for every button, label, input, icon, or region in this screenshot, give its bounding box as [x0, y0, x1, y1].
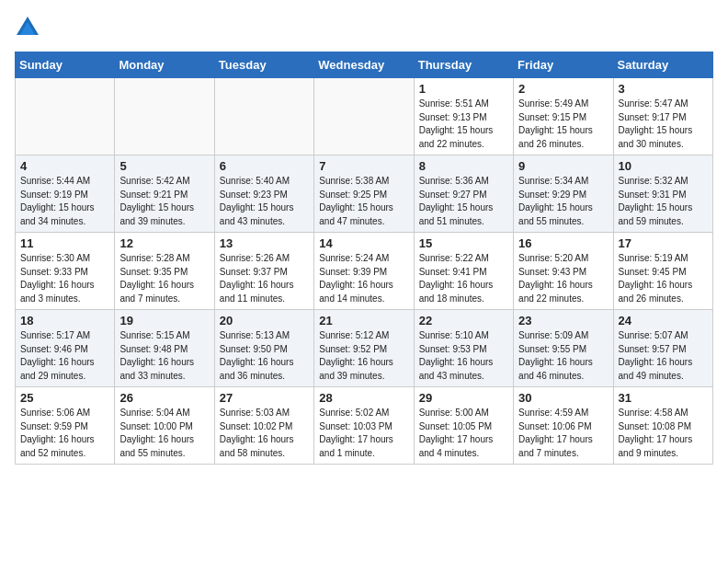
- calendar-body: 1Sunrise: 5:51 AM Sunset: 9:13 PM Daylig…: [16, 78, 713, 465]
- day-number: 14: [319, 236, 408, 250]
- day-cell: 27Sunrise: 5:03 AM Sunset: 10:02 PM Dayl…: [214, 387, 313, 465]
- day-info: Sunrise: 5:34 AM Sunset: 9:29 PM Dayligh…: [518, 175, 608, 228]
- day-cell: [214, 78, 313, 155]
- weekday-header-tuesday: Tuesday: [214, 52, 313, 78]
- day-number: 15: [419, 236, 508, 250]
- day-cell: 25Sunrise: 5:06 AM Sunset: 9:59 PM Dayli…: [16, 387, 115, 465]
- day-cell: 26Sunrise: 5:04 AM Sunset: 10:00 PM Dayl…: [115, 387, 214, 465]
- day-cell: 1Sunrise: 5:51 AM Sunset: 9:13 PM Daylig…: [414, 78, 513, 155]
- day-cell: 29Sunrise: 5:00 AM Sunset: 10:05 PM Dayl…: [414, 387, 513, 465]
- day-cell: 21Sunrise: 5:12 AM Sunset: 9:52 PM Dayli…: [314, 310, 414, 387]
- day-number: 24: [619, 314, 708, 327]
- day-number: 19: [119, 314, 209, 327]
- day-cell: [115, 78, 214, 155]
- day-number: 10: [619, 159, 708, 173]
- weekday-header-monday: Monday: [115, 52, 214, 78]
- day-number: 17: [619, 236, 708, 250]
- day-cell: 6Sunrise: 5:40 AM Sunset: 9:23 PM Daylig…: [214, 155, 313, 233]
- day-number: 23: [518, 314, 608, 327]
- day-cell: 17Sunrise: 5:19 AM Sunset: 9:45 PM Dayli…: [613, 233, 712, 310]
- day-number: 21: [319, 314, 408, 327]
- logo-icon: [15, 15, 40, 40]
- day-number: 25: [20, 391, 109, 405]
- day-cell: 31Sunrise: 4:58 AM Sunset: 10:08 PM Dayl…: [613, 387, 712, 465]
- day-cell: 8Sunrise: 5:36 AM Sunset: 9:27 PM Daylig…: [414, 155, 513, 233]
- day-number: 31: [619, 391, 708, 405]
- day-info: Sunrise: 5:09 AM Sunset: 9:55 PM Dayligh…: [518, 329, 608, 383]
- day-info: Sunrise: 5:22 AM Sunset: 9:41 PM Dayligh…: [419, 252, 508, 305]
- weekday-header-thursday: Thursday: [414, 52, 513, 78]
- day-number: 13: [220, 236, 309, 250]
- day-info: Sunrise: 5:04 AM Sunset: 10:00 PM Daylig…: [119, 407, 209, 460]
- day-info: Sunrise: 5:51 AM Sunset: 9:13 PM Dayligh…: [419, 98, 508, 151]
- day-number: 1: [419, 82, 508, 96]
- day-cell: 3Sunrise: 5:47 AM Sunset: 9:17 PM Daylig…: [613, 78, 712, 155]
- day-number: 7: [319, 159, 408, 173]
- day-number: 16: [518, 236, 608, 250]
- day-cell: 23Sunrise: 5:09 AM Sunset: 9:55 PM Dayli…: [514, 310, 613, 387]
- day-info: Sunrise: 5:15 AM Sunset: 9:48 PM Dayligh…: [119, 329, 209, 383]
- day-cell: 2Sunrise: 5:49 AM Sunset: 9:15 PM Daylig…: [514, 78, 613, 155]
- week-row-4: 18Sunrise: 5:17 AM Sunset: 9:46 PM Dayli…: [16, 310, 713, 387]
- day-number: 18: [20, 314, 109, 327]
- day-info: Sunrise: 5:10 AM Sunset: 9:53 PM Dayligh…: [419, 329, 508, 383]
- day-number: 30: [518, 391, 608, 405]
- day-number: 2: [518, 82, 608, 96]
- weekday-row: SundayMondayTuesdayWednesdayThursdayFrid…: [16, 52, 713, 78]
- day-cell: 19Sunrise: 5:15 AM Sunset: 9:48 PM Dayli…: [115, 310, 214, 387]
- day-cell: 9Sunrise: 5:34 AM Sunset: 9:29 PM Daylig…: [514, 155, 613, 233]
- day-info: Sunrise: 5:00 AM Sunset: 10:05 PM Daylig…: [419, 407, 508, 460]
- day-info: Sunrise: 5:28 AM Sunset: 9:35 PM Dayligh…: [119, 252, 209, 305]
- day-info: Sunrise: 4:58 AM Sunset: 10:08 PM Daylig…: [619, 407, 708, 460]
- weekday-header-sunday: Sunday: [16, 52, 115, 78]
- day-info: Sunrise: 5:40 AM Sunset: 9:23 PM Dayligh…: [220, 175, 309, 228]
- week-row-3: 11Sunrise: 5:30 AM Sunset: 9:33 PM Dayli…: [16, 233, 713, 310]
- day-cell: 10Sunrise: 5:32 AM Sunset: 9:31 PM Dayli…: [613, 155, 712, 233]
- day-info: Sunrise: 5:12 AM Sunset: 9:52 PM Dayligh…: [319, 329, 408, 383]
- day-number: 11: [20, 236, 109, 250]
- day-number: 8: [419, 159, 508, 173]
- day-cell: [314, 78, 414, 155]
- day-cell: 4Sunrise: 5:44 AM Sunset: 9:19 PM Daylig…: [16, 155, 115, 233]
- day-info: Sunrise: 5:30 AM Sunset: 9:33 PM Dayligh…: [20, 252, 109, 305]
- day-cell: 18Sunrise: 5:17 AM Sunset: 9:46 PM Dayli…: [16, 310, 115, 387]
- calendar-table: SundayMondayTuesdayWednesdayThursdayFrid…: [15, 52, 713, 465]
- day-info: Sunrise: 5:38 AM Sunset: 9:25 PM Dayligh…: [319, 175, 408, 228]
- day-number: 20: [220, 314, 309, 327]
- day-info: Sunrise: 5:26 AM Sunset: 9:37 PM Dayligh…: [220, 252, 309, 305]
- day-cell: 16Sunrise: 5:20 AM Sunset: 9:43 PM Dayli…: [514, 233, 613, 310]
- day-info: Sunrise: 5:44 AM Sunset: 9:19 PM Dayligh…: [20, 175, 109, 228]
- day-cell: 30Sunrise: 4:59 AM Sunset: 10:06 PM Dayl…: [514, 387, 613, 465]
- day-cell: 5Sunrise: 5:42 AM Sunset: 9:21 PM Daylig…: [115, 155, 214, 233]
- day-info: Sunrise: 5:06 AM Sunset: 9:59 PM Dayligh…: [20, 407, 109, 460]
- day-cell: 20Sunrise: 5:13 AM Sunset: 9:50 PM Dayli…: [214, 310, 313, 387]
- day-number: 29: [419, 391, 508, 405]
- day-number: 3: [619, 82, 708, 96]
- page-header: [15, 15, 713, 40]
- day-info: Sunrise: 4:59 AM Sunset: 10:06 PM Daylig…: [518, 407, 608, 460]
- day-cell: 7Sunrise: 5:38 AM Sunset: 9:25 PM Daylig…: [314, 155, 414, 233]
- weekday-header-wednesday: Wednesday: [314, 52, 414, 78]
- day-cell: [16, 78, 115, 155]
- day-info: Sunrise: 5:02 AM Sunset: 10:03 PM Daylig…: [319, 407, 408, 460]
- day-number: 9: [518, 159, 608, 173]
- day-cell: 24Sunrise: 5:07 AM Sunset: 9:57 PM Dayli…: [613, 310, 712, 387]
- calendar-header: SundayMondayTuesdayWednesdayThursdayFrid…: [16, 52, 713, 78]
- day-cell: 13Sunrise: 5:26 AM Sunset: 9:37 PM Dayli…: [214, 233, 313, 310]
- day-info: Sunrise: 5:17 AM Sunset: 9:46 PM Dayligh…: [20, 329, 109, 383]
- day-number: 12: [119, 236, 209, 250]
- day-info: Sunrise: 5:24 AM Sunset: 9:39 PM Dayligh…: [319, 252, 408, 305]
- day-info: Sunrise: 5:47 AM Sunset: 9:17 PM Dayligh…: [619, 98, 708, 151]
- day-cell: 12Sunrise: 5:28 AM Sunset: 9:35 PM Dayli…: [115, 233, 214, 310]
- day-cell: 15Sunrise: 5:22 AM Sunset: 9:41 PM Dayli…: [414, 233, 513, 310]
- week-row-1: 1Sunrise: 5:51 AM Sunset: 9:13 PM Daylig…: [16, 78, 713, 155]
- day-info: Sunrise: 5:32 AM Sunset: 9:31 PM Dayligh…: [619, 175, 708, 228]
- day-info: Sunrise: 5:36 AM Sunset: 9:27 PM Dayligh…: [419, 175, 508, 228]
- day-cell: 28Sunrise: 5:02 AM Sunset: 10:03 PM Dayl…: [314, 387, 414, 465]
- day-info: Sunrise: 5:13 AM Sunset: 9:50 PM Dayligh…: [220, 329, 309, 383]
- day-number: 22: [419, 314, 508, 327]
- day-cell: 22Sunrise: 5:10 AM Sunset: 9:53 PM Dayli…: [414, 310, 513, 387]
- day-info: Sunrise: 5:20 AM Sunset: 9:43 PM Dayligh…: [518, 252, 608, 305]
- day-cell: 14Sunrise: 5:24 AM Sunset: 9:39 PM Dayli…: [314, 233, 414, 310]
- day-cell: 11Sunrise: 5:30 AM Sunset: 9:33 PM Dayli…: [16, 233, 115, 310]
